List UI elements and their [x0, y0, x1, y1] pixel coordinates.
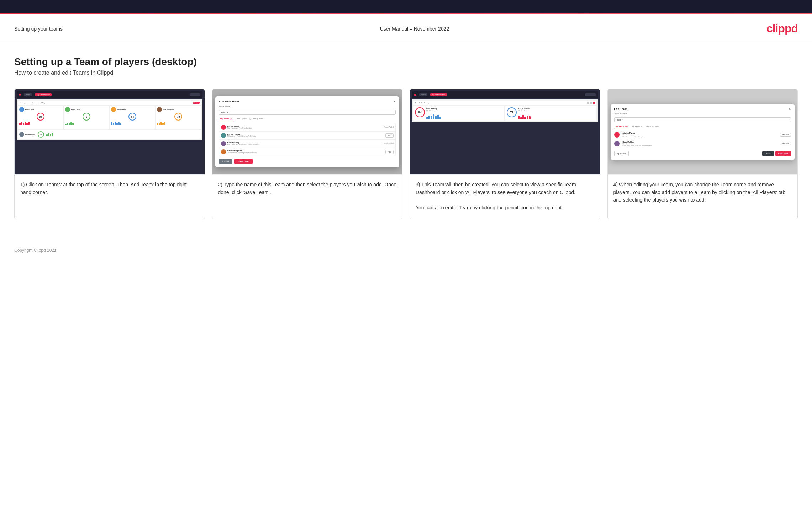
edit-modal-filter: Filter by name [645, 125, 659, 127]
ss3-p1-name: Blair McHarg [426, 107, 503, 110]
screenshot-4: Edit Team ✕ Team Name * My Team (2) All … [608, 89, 798, 175]
logo: clippd [766, 22, 798, 35]
ss3-p2-bars [518, 113, 595, 119]
edit-team-name-input[interactable] [614, 117, 791, 122]
ss3-header-bar: Team A · Blair McHarg [413, 101, 596, 105]
ss3-nav: Home My Performance [412, 91, 598, 98]
ss3-player-1: 94 Blair McHarg Plus Handicap [413, 106, 504, 121]
ss1-p2-bars [65, 121, 108, 125]
top-bar [0, 0, 812, 13]
pl2-detail: 1 Handicap · Central London Golf Centre [227, 135, 384, 137]
ss3-p1-detail: Plus Handicap [426, 110, 503, 112]
delete-label: Delete [620, 153, 626, 155]
ss3-p2-detail: Plus Handicap [518, 110, 595, 112]
copyright-text: Copyright Clippd 2021 [14, 248, 57, 253]
ss1-p4-score: 78 [174, 113, 182, 121]
trash-icon: 🗑 [617, 153, 619, 155]
ss1-p4-bars [157, 121, 200, 125]
ss1-p3-score: 94 [128, 113, 136, 121]
header: Setting up your teams User Manual – Nove… [0, 14, 812, 42]
pl3-avatar [221, 141, 226, 146]
cards-grid: Home My Performance Showing 4 out of 4 p… [14, 89, 798, 219]
modal-close-icon[interactable]: ✕ [393, 100, 396, 103]
modal-footer: Cancel Save Team [219, 159, 396, 164]
ss1-p1-bars [19, 121, 62, 125]
card-2-text: 2) Type the name of this Team and then s… [212, 175, 402, 219]
ss1-tab-home: Home [24, 93, 32, 96]
player-item-3: Blair McHarg Plus Handicap · Royal North… [219, 140, 396, 148]
footer: Copyright Clippd 2021 [0, 244, 812, 260]
edit-team-name-label: Team Name * [614, 113, 791, 115]
ss3-p2-score: 72 [507, 107, 517, 117]
edit-modal-close-icon[interactable]: ✕ [789, 107, 791, 111]
team-name-input[interactable] [219, 110, 396, 115]
edit-p1-info: Adrian Player Plus Handicap The Shire Lo… [623, 132, 779, 138]
edit-tab-allplayers[interactable]: All Players [631, 124, 643, 128]
ss1-player-1: Adrian Coliba 84 [18, 106, 63, 129]
ss1-p3-avatar [111, 107, 116, 112]
delete-button[interactable]: 🗑 Delete [614, 151, 629, 156]
add-team-modal: Add New Team ✕ Team Name * My Team (2) A… [215, 96, 400, 167]
edit-p2-info: Blair McHarg Plus Handicap Royal North D… [623, 141, 779, 146]
edit-modal-header: Edit Team ✕ [614, 107, 791, 111]
ss1-p1-name: Adrian Coliba [25, 109, 34, 111]
edit-player-1: Adrian Player Plus Handicap The Shire Lo… [614, 130, 791, 139]
pl4-detail: 3.5 Handicap · The Dog Maijing Golf Club [227, 152, 384, 154]
edit-p2-avatar [614, 141, 620, 146]
pl2-avatar [221, 133, 226, 138]
edit-p2-remove-button[interactable]: Remove [780, 142, 791, 145]
ss1-body: Showing 4 out of 4 players from: All Pla… [17, 99, 202, 140]
pl4-avatar [221, 149, 226, 154]
ss1-p2-score: 0 [83, 113, 90, 121]
ss1-nav: Home My Performance [17, 91, 202, 98]
ss1-p1-score: 84 [37, 113, 44, 121]
edit-save-team-button[interactable]: Save Team [775, 151, 791, 156]
ss1-tab-teams: My Performance [35, 93, 52, 96]
edit-team-modal: Edit Team ✕ Team Name * My Team (2) All … [611, 104, 795, 160]
edit-player-list: Adrian Player Plus Handicap The Shire Lo… [614, 130, 791, 148]
screenshot-1: Home My Performance Showing 4 out of 4 p… [15, 89, 205, 175]
ss1-p2-name: Adrian Collins [71, 109, 80, 111]
modal-tab-allplayers[interactable]: All Players [235, 117, 248, 121]
filter-checkbox[interactable] [249, 118, 251, 120]
ss3-tab-myperformance: My Performance [430, 93, 447, 96]
screenshot-2: Add New Team ✕ Team Name * My Team (2) A… [212, 89, 402, 175]
edit-modal-footer: 🗑 Delete Cancel Save Team [614, 151, 791, 156]
header-left-text: Setting up your teams [14, 26, 63, 32]
pl4-info: Dave Billingham 3.5 Handicap · The Dog M… [227, 150, 384, 154]
save-team-button[interactable]: Save Team [234, 159, 253, 164]
ss3-p2-name: Richard Butler [518, 107, 595, 110]
ss1-p5-score: 72 [38, 131, 44, 138]
ss1-player-4: Dave Billingham 78 [156, 106, 201, 129]
card-3-text: 3) This Team will then be created. You c… [410, 175, 600, 219]
pl4-add-button[interactable]: Add [385, 150, 394, 154]
ss1-p4-name: Dave Billingham [163, 109, 174, 111]
ss1-p5-avatar [19, 132, 24, 137]
ss3-players-row: 94 Blair McHarg Plus Handicap [413, 106, 596, 121]
cancel-button[interactable]: Cancel [219, 159, 233, 164]
ss3-p1-score: 94 [415, 107, 425, 117]
ss3-p1-bars [426, 113, 503, 119]
edit-cancel-button[interactable]: Cancel [762, 151, 774, 156]
edit-filter-checkbox[interactable] [645, 126, 647, 127]
player-item-2: Adrian Coliba 1 Handicap · Central Londo… [219, 132, 396, 140]
ss1-player-2: Adrian Collins 0 [64, 106, 109, 129]
edit-tab-myteam[interactable]: My Team (2) [614, 124, 629, 128]
edit-player-2: Blair McHarg Plus Handicap Royal North D… [614, 139, 791, 148]
player-item-1: Adrian Player Plus Handicap · The Shire … [219, 123, 396, 132]
modal-tabs: My Team (2) All Players Filter by name [219, 117, 396, 121]
pl3-info: Blair McHarg Plus Handicap · Royal North… [227, 142, 383, 145]
card-3: Home My Performance Team A · Blair McHar… [410, 89, 600, 219]
ss3-header-label: Team A · Blair McHarg [415, 102, 429, 104]
pl1-detail: Plus Handicap · The Shire London [227, 127, 383, 129]
modal-header: Add New Team ✕ [219, 100, 396, 103]
edit-p1-remove-button[interactable]: Remove [780, 133, 791, 137]
player-list: Adrian Player Plus Handicap · The Shire … [219, 123, 396, 156]
pl2-add-button[interactable]: Add [385, 133, 394, 138]
ss1-p3-bars [111, 121, 154, 125]
card-2: Add New Team ✕ Team Name * My Team (2) A… [212, 89, 403, 219]
filter-label: Filter by name [252, 118, 263, 120]
modal-tab-myteam[interactable]: My Team (2) [219, 117, 234, 121]
ss3-p1-info: Blair McHarg Plus Handicap [426, 107, 503, 119]
screenshot-3: Home My Performance Team A · Blair McHar… [410, 89, 600, 175]
